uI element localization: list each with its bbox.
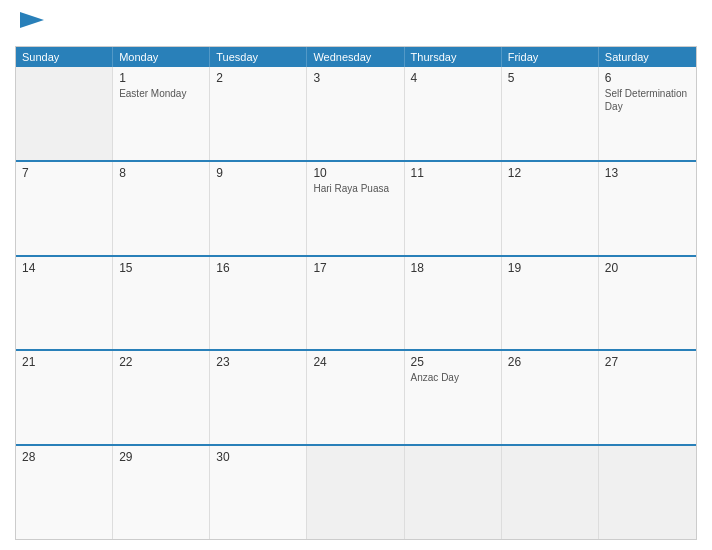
day-cell-w4-d3: 23 [210, 351, 307, 444]
header-sunday: Sunday [16, 47, 113, 67]
day-number: 6 [605, 71, 690, 85]
day-cell-w2-d4: 10Hari Raya Puasa [307, 162, 404, 255]
day-number: 10 [313, 166, 397, 180]
day-number: 29 [119, 450, 203, 464]
header-saturday: Saturday [599, 47, 696, 67]
day-number: 27 [605, 355, 690, 369]
day-cell-w3-d3: 16 [210, 257, 307, 350]
day-number: 15 [119, 261, 203, 275]
day-number: 14 [22, 261, 106, 275]
day-number: 16 [216, 261, 300, 275]
day-number: 12 [508, 166, 592, 180]
day-cell-w4-d1: 21 [16, 351, 113, 444]
logo-flag-icon [18, 10, 46, 38]
svg-marker-0 [20, 12, 44, 28]
week-row-4: 2122232425Anzac Day2627 [16, 349, 696, 444]
day-cell-w4-d5: 25Anzac Day [405, 351, 502, 444]
day-cell-w4-d2: 22 [113, 351, 210, 444]
logo [15, 10, 46, 38]
day-number: 9 [216, 166, 300, 180]
week-row-1: 1Easter Monday23456Self Determination Da… [16, 67, 696, 160]
day-number: 24 [313, 355, 397, 369]
day-number: 3 [313, 71, 397, 85]
day-cell-w1-d7: 6Self Determination Day [599, 67, 696, 160]
day-headers-row: Sunday Monday Tuesday Wednesday Thursday… [16, 47, 696, 67]
day-number: 13 [605, 166, 690, 180]
day-cell-w3-d6: 19 [502, 257, 599, 350]
day-cell-w2-d6: 12 [502, 162, 599, 255]
day-cell-w2-d5: 11 [405, 162, 502, 255]
day-cell-w1-d5: 4 [405, 67, 502, 160]
holiday-label: Anzac Day [411, 371, 495, 384]
week-row-5: 282930 [16, 444, 696, 539]
holiday-label: Easter Monday [119, 87, 203, 100]
day-cell-w5-d5 [405, 446, 502, 539]
day-number: 25 [411, 355, 495, 369]
day-cell-w4-d6: 26 [502, 351, 599, 444]
day-cell-w5-d1: 28 [16, 446, 113, 539]
day-number: 19 [508, 261, 592, 275]
day-cell-w5-d4 [307, 446, 404, 539]
day-cell-w2-d3: 9 [210, 162, 307, 255]
day-number: 1 [119, 71, 203, 85]
calendar-grid: Sunday Monday Tuesday Wednesday Thursday… [15, 46, 697, 540]
holiday-label: Hari Raya Puasa [313, 182, 397, 195]
header-friday: Friday [502, 47, 599, 67]
day-number: 20 [605, 261, 690, 275]
day-cell-w5-d7 [599, 446, 696, 539]
day-number: 18 [411, 261, 495, 275]
header [15, 10, 697, 38]
day-cell-w5-d6 [502, 446, 599, 539]
day-cell-w5-d3: 30 [210, 446, 307, 539]
holiday-label: Self Determination Day [605, 87, 690, 113]
day-cell-w1-d4: 3 [307, 67, 404, 160]
day-cell-w2-d7: 13 [599, 162, 696, 255]
day-number: 4 [411, 71, 495, 85]
day-number: 28 [22, 450, 106, 464]
weeks-container: 1Easter Monday23456Self Determination Da… [16, 67, 696, 539]
day-cell-w3-d1: 14 [16, 257, 113, 350]
day-number: 21 [22, 355, 106, 369]
header-wednesday: Wednesday [307, 47, 404, 67]
week-row-3: 14151617181920 [16, 255, 696, 350]
day-number: 22 [119, 355, 203, 369]
day-cell-w1-d1 [16, 67, 113, 160]
header-thursday: Thursday [405, 47, 502, 67]
day-cell-w1-d6: 5 [502, 67, 599, 160]
day-number: 5 [508, 71, 592, 85]
day-cell-w2-d2: 8 [113, 162, 210, 255]
day-cell-w4-d4: 24 [307, 351, 404, 444]
day-number: 30 [216, 450, 300, 464]
day-number: 17 [313, 261, 397, 275]
header-tuesday: Tuesday [210, 47, 307, 67]
day-number: 7 [22, 166, 106, 180]
header-monday: Monday [113, 47, 210, 67]
day-cell-w3-d7: 20 [599, 257, 696, 350]
day-number: 23 [216, 355, 300, 369]
day-number: 26 [508, 355, 592, 369]
day-cell-w4-d7: 27 [599, 351, 696, 444]
day-number: 2 [216, 71, 300, 85]
day-cell-w3-d2: 15 [113, 257, 210, 350]
day-cell-w1-d2: 1Easter Monday [113, 67, 210, 160]
day-number: 11 [411, 166, 495, 180]
week-row-2: 78910Hari Raya Puasa111213 [16, 160, 696, 255]
day-number: 8 [119, 166, 203, 180]
day-cell-w3-d4: 17 [307, 257, 404, 350]
calendar-page: Sunday Monday Tuesday Wednesday Thursday… [0, 0, 712, 550]
day-cell-w5-d2: 29 [113, 446, 210, 539]
day-cell-w2-d1: 7 [16, 162, 113, 255]
day-cell-w1-d3: 2 [210, 67, 307, 160]
day-cell-w3-d5: 18 [405, 257, 502, 350]
